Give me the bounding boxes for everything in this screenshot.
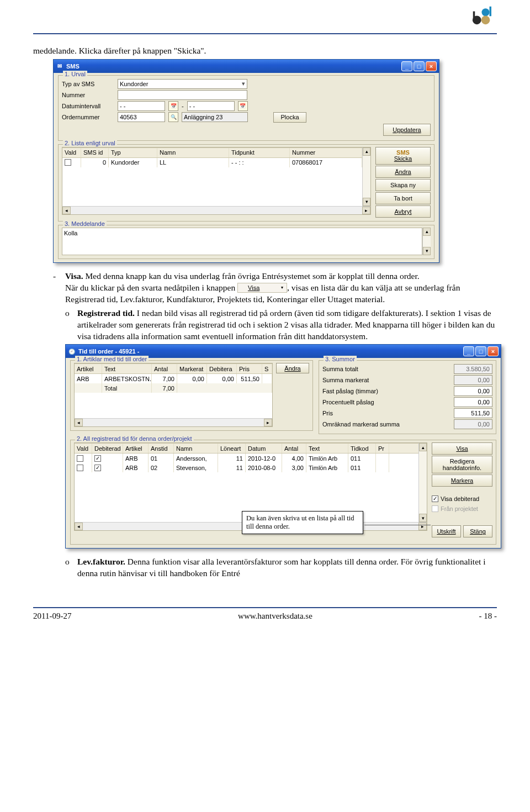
horizontal-scrollbar[interactable]: ◂▸ — [62, 206, 370, 214]
nummer-input[interactable] — [118, 90, 247, 100]
tid-sec2-legend: 2. All registrerad tid för denna order/p… — [75, 435, 194, 442]
tid-grid2-header: Vald Debiterad Artikel Anstid Namn Lönea… — [75, 443, 418, 454]
tid-grid2-row[interactable]: ✓ARB02Stevenson,112010-08-03,00Timlön Ar… — [75, 463, 418, 472]
label-fast-paslag: Fast påslag (timmar) — [322, 388, 451, 394]
visa-debiterad-checkbox[interactable]: ✓ — [432, 495, 438, 502]
lookup-icon[interactable]: 🔍 — [168, 112, 178, 122]
ta-bort-button[interactable]: Ta bort — [375, 192, 431, 204]
label-ordernummer: Ordernummer — [62, 114, 114, 120]
fran-projektet-label: Från projektet — [441, 505, 478, 512]
svg-rect-3 — [473, 12, 475, 19]
maximize-button[interactable]: □ — [414, 61, 425, 71]
date-from-input[interactable]: - - — [118, 101, 165, 111]
section-2-legend: 2. Lista enligt urval — [63, 140, 117, 146]
sms-skicka-button[interactable]: SMS Skicka — [375, 147, 431, 165]
markera-button[interactable]: Markera — [432, 474, 492, 487]
svg-rect-4 — [490, 7, 492, 17]
tid-sec3-legend: 3. Summor — [324, 356, 357, 362]
summa-totalt-value: 3.580,50 — [454, 364, 492, 374]
callout-connector — [364, 525, 431, 525]
tid-grid1-header: Artikel Text Antal Markerat Debitera Pri… — [75, 363, 272, 374]
procentuellt-paslag-input[interactable]: 0,00 — [454, 397, 492, 407]
date-to-input[interactable]: - - — [187, 101, 235, 111]
levfakturor-bullet: o Lev.fakturor. Denna funktion visar all… — [65, 556, 497, 579]
label-summa-totalt: Summa totalt — [322, 366, 451, 372]
window-icon: ✉ — [56, 62, 63, 70]
label-typ-sms: Typ av SMS — [62, 81, 114, 87]
andra-button[interactable]: Ändra — [375, 166, 431, 178]
plocka-button[interactable]: Plocka — [273, 112, 306, 123]
vertical-scrollbar[interactable]: ▴▾ — [422, 228, 431, 255]
label-pris: Pris — [322, 410, 451, 416]
ordernummer-input[interactable]: 40563 — [118, 112, 165, 122]
svg-point-0 — [482, 8, 490, 16]
label-omraknad: Omräknad markerad summa — [322, 421, 451, 428]
horizontal-scrollbar[interactable]: ◂▸ — [75, 418, 272, 426]
summa-markerat-value: 0,00 — [454, 375, 492, 385]
fast-paslag-input[interactable]: 0,00 — [454, 386, 492, 396]
page-footer: 2011-09-27 www.hantverksdata.se - 18 - — [33, 607, 497, 621]
label-procentuellt-paslag: Procentuellt påslag — [322, 399, 451, 405]
header-rule — [33, 33, 497, 34]
window-icon: 🕘 — [68, 347, 76, 355]
tid-till-order-window: 🕘 Tid till order - 45921 - _ □ × 1. Arti… — [65, 344, 501, 549]
close-button[interactable]: × — [426, 61, 437, 71]
tid-sec1-legend: 1. Artiklar med tid till order — [75, 356, 149, 362]
calendar-icon[interactable]: 📅 — [168, 101, 178, 111]
minimize-button[interactable]: _ — [463, 346, 474, 356]
footer-page: - 18 - — [479, 611, 497, 621]
andra-button[interactable]: Ändra — [276, 363, 309, 373]
sms-window: ✉ SMS _ □ × 1. Urval Typ av SMS Kundorde… — [53, 59, 439, 263]
redigera-handdatorinfo-button[interactable]: Redigera handdatorinfo. — [432, 456, 492, 473]
row-checkbox[interactable] — [77, 465, 83, 471]
intro-paragraph: meddelande. Klicka därefter på knappen "… — [33, 45, 497, 57]
row-checkbox[interactable] — [77, 455, 83, 462]
debiterad-checkbox[interactable]: ✓ — [94, 465, 101, 471]
vertical-scrollbar[interactable]: ▴▾ — [418, 443, 427, 522]
sms-grid-row[interactable]: 0 Kundorder LL - - : : 070868017 — [62, 158, 362, 167]
calendar-icon[interactable]: 📅 — [238, 101, 248, 111]
sms-grid-header: Vald SMS id Typ Namn Tidpunkt Nummer — [62, 147, 362, 158]
vertical-scrollbar[interactable]: ▴▾ — [362, 147, 370, 206]
skapa-ny-button[interactable]: Skapa ny — [375, 179, 431, 191]
avbryt-button[interactable]: Avbryt — [375, 205, 431, 218]
anlaggning-display: Anläggning 23 — [182, 112, 248, 122]
sms-title: SMS — [66, 63, 80, 70]
registrerad-tid-bullet: o Registrerad tid. I nedan bild visas al… — [65, 308, 497, 342]
tid-grid1-row[interactable]: ARB ARBETSKOSTN. 7,00 0,00 0,00 511,50 — [75, 374, 272, 383]
pris-input[interactable]: 511,50 — [454, 408, 492, 418]
close-button[interactable]: × — [487, 346, 499, 356]
label-summa-markerat: Summa markerat — [322, 377, 451, 383]
svg-point-2 — [481, 15, 490, 24]
footer-url: www.hantverksdata.se — [238, 611, 312, 621]
visa-debiterad-label: Visa debiterad — [441, 495, 479, 502]
utskrift-button[interactable]: Utskrift — [432, 525, 461, 537]
company-logo — [33, 6, 497, 31]
meddelande-textarea[interactable]: Kolla — [62, 228, 422, 255]
uppdatera-button[interactable]: Uppdatera — [383, 124, 431, 136]
stang-button[interactable]: Stäng — [463, 525, 492, 537]
fran-projektet-checkbox — [432, 505, 438, 512]
utskrift-callout: Du kan även skriva ut en lista på all ti… — [242, 511, 363, 534]
tid-grid2-row[interactable]: ✓ARB01Andersson,112010-12-04,00Timlön Ar… — [75, 454, 418, 463]
minimize-button[interactable]: _ — [401, 61, 412, 71]
label-nummer: Nummer — [62, 92, 114, 98]
section-3-legend: 3. Meddelande — [63, 220, 107, 227]
tid-title: Tid till order - 45921 - — [78, 348, 139, 355]
section-1-legend: 1. Urval — [63, 71, 87, 77]
typ-sms-select[interactable]: Kundorder — [118, 79, 247, 89]
omraknad-value: 0,00 — [454, 419, 492, 429]
sms-titlebar[interactable]: ✉ SMS _ □ × — [54, 60, 439, 73]
visa-dropdown-button[interactable]: Visa▾ — [237, 283, 287, 293]
label-datumintervall: Datumintervall — [62, 103, 114, 109]
maximize-button[interactable]: □ — [475, 346, 486, 356]
row-checkbox[interactable] — [65, 159, 71, 166]
visa-bullet: - Visa. Med denna knapp kan du visa unde… — [53, 271, 497, 305]
footer-date: 2011-09-27 — [33, 611, 71, 621]
visa-button[interactable]: Visa — [432, 442, 492, 455]
debiterad-checkbox[interactable]: ✓ — [94, 455, 101, 462]
